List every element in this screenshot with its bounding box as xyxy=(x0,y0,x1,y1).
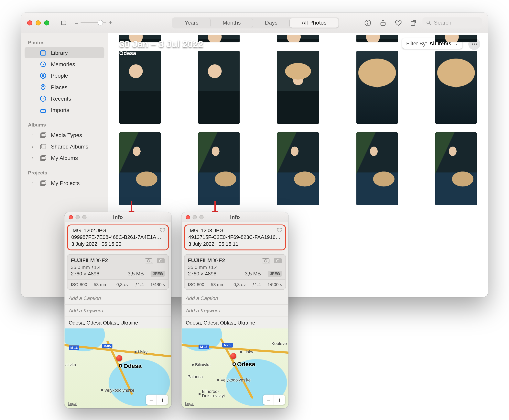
sidebar-item-people[interactable]: › People xyxy=(25,70,104,81)
photo-thumbnail[interactable] xyxy=(435,51,477,124)
search-field[interactable]: Search xyxy=(422,17,482,28)
photo-thumbnail[interactable] xyxy=(198,51,240,124)
info-titlebar: Info xyxy=(181,212,288,222)
file-time[interactable]: 06:15:20 xyxy=(102,241,121,247)
sidebar-item-media-types[interactable]: › Media Types xyxy=(25,129,104,141)
info-button[interactable] xyxy=(361,16,374,29)
photo-thumbnail[interactable] xyxy=(435,35,477,42)
photo-thumbnail[interactable] xyxy=(277,51,319,124)
file-date[interactable]: 3 July 2022 xyxy=(188,241,214,247)
location-map[interactable]: M-16 M-05 Odesa Lisky Biliaivka Velykodo… xyxy=(181,328,288,408)
svg-point-13 xyxy=(42,74,44,76)
svg-rect-9 xyxy=(40,51,45,55)
sidebar-item-my-albums[interactable]: › My Albums xyxy=(25,152,104,163)
map-legal-link[interactable]: Legal xyxy=(185,401,194,406)
seg-all-photos[interactable]: All Photos xyxy=(290,18,338,28)
road-shield: M-05 xyxy=(222,343,233,347)
iso: ISO 800 xyxy=(188,282,204,287)
sidebar-header-projects: Projects xyxy=(21,168,108,177)
info-titlebar: Info xyxy=(64,212,171,222)
keyword-field[interactable]: Add a Keyword xyxy=(64,305,171,317)
sidebar-item-imports[interactable]: › Imports xyxy=(25,104,104,115)
map-zoom-in[interactable]: + xyxy=(157,395,168,405)
map-zoom-out[interactable]: − xyxy=(263,395,274,405)
close-panel-button[interactable] xyxy=(186,215,190,219)
aperture: ƒ1.4 xyxy=(135,282,144,287)
album-icon xyxy=(39,131,47,139)
zoom-minus-icon: – xyxy=(75,19,78,26)
photo-thumbnail[interactable] xyxy=(356,51,398,124)
sidebar-item-library[interactable]: › Library xyxy=(25,47,104,58)
sidebar-item-label: Memories xyxy=(51,61,75,67)
photo-thumbnail[interactable] xyxy=(356,35,398,42)
zoom-window-button[interactable] xyxy=(44,20,49,25)
toolbar: – + Years Months Days All Photos xyxy=(21,13,488,33)
dimensions: 2760 × 4896 xyxy=(188,270,216,276)
seg-days[interactable]: Days xyxy=(253,18,290,28)
sidebar-item-shared-albums[interactable]: › Shared Albums xyxy=(25,141,104,152)
svg-point-26 xyxy=(474,44,475,45)
photo-thumbnail[interactable] xyxy=(198,132,240,205)
share-button[interactable] xyxy=(377,16,389,29)
close-panel-button[interactable] xyxy=(69,215,73,219)
sidebar-item-places[interactable]: › Places xyxy=(25,82,104,92)
sidebar-item-my-projects[interactable]: › My Projects xyxy=(25,177,104,188)
photo-thumbnail[interactable] xyxy=(277,35,319,42)
chevron-right-icon: › xyxy=(31,180,35,185)
photo-thumbnail[interactable] xyxy=(435,132,477,205)
favorite-icon[interactable] xyxy=(276,227,282,235)
svg-rect-0 xyxy=(61,21,66,24)
filesize: 3,5 MB xyxy=(245,270,261,276)
favorite-button[interactable] xyxy=(392,16,405,29)
sidebar-item-label: Imports xyxy=(51,107,69,113)
filename[interactable]: IMG_1203.JPG xyxy=(188,227,282,234)
sidebar-item-recents[interactable]: › Recents xyxy=(25,93,104,104)
svg-rect-33 xyxy=(157,258,165,263)
map-legal-link[interactable]: Legal xyxy=(68,401,77,406)
photo-thumbnail[interactable] xyxy=(119,132,161,205)
photo-thumbnail[interactable] xyxy=(356,132,398,205)
date-range-title: 30 Jan – 3 Jul 2022 xyxy=(119,39,203,50)
caption-field[interactable]: Add a Caption xyxy=(181,292,288,305)
rotate-button[interactable] xyxy=(407,16,420,29)
seg-months[interactable]: Months xyxy=(211,18,253,28)
file-time[interactable]: 06:15:11 xyxy=(219,241,238,247)
file-date[interactable]: 3 July 2022 xyxy=(71,241,97,247)
raw-icon: WB xyxy=(145,257,153,264)
meter-icon xyxy=(156,257,165,264)
map-pin-icon xyxy=(230,353,236,359)
annotation-arrow xyxy=(211,201,219,214)
chevron-right-icon: › xyxy=(31,144,35,149)
people-icon xyxy=(39,72,47,79)
close-window-button[interactable] xyxy=(27,20,32,25)
map-city: Kobleve xyxy=(271,341,287,346)
filename[interactable]: IMG_1202.JPG xyxy=(71,227,165,234)
zoom-panel-button xyxy=(82,215,87,219)
photo-thumbnail[interactable] xyxy=(119,51,161,124)
keyword-field[interactable]: Add a Keyword xyxy=(181,305,288,317)
map-city: Bilhorod- Dnistrovskyi xyxy=(202,389,225,398)
seg-years[interactable]: Years xyxy=(173,18,211,28)
svg-rect-10 xyxy=(41,50,44,51)
location-label[interactable]: Odesa, Odesa Oblast, Ukraine xyxy=(181,317,288,326)
window-controls xyxy=(27,20,49,25)
location-map[interactable]: M-16 M-05 Odesa Lisky aiivka Velykodolyn… xyxy=(64,328,171,408)
photo-thumbnail[interactable] xyxy=(277,132,319,205)
location-subtitle: Odesa xyxy=(119,50,203,56)
map-city: Odesa xyxy=(237,360,255,367)
svg-point-7 xyxy=(427,21,429,23)
road-shield: M-16 xyxy=(199,344,209,349)
sidebar-item-label: My Projects xyxy=(51,180,80,186)
location-label[interactable]: Odesa, Odesa Oblast, Ukraine xyxy=(64,317,171,326)
caption-field[interactable]: Add a Caption xyxy=(64,292,171,305)
search-icon xyxy=(426,20,431,26)
info-title-label: Info xyxy=(113,214,123,220)
minimize-window-button[interactable] xyxy=(36,20,41,25)
minimize-panel-button xyxy=(193,215,197,219)
map-zoom-in[interactable]: + xyxy=(274,395,285,405)
favorite-icon[interactable] xyxy=(159,227,165,235)
sidebar-item-memories[interactable]: › Memories xyxy=(25,59,104,69)
zoom-slider[interactable]: – + xyxy=(75,19,112,26)
aspect-icon[interactable] xyxy=(58,16,71,29)
map-zoom-out[interactable]: − xyxy=(146,395,157,405)
